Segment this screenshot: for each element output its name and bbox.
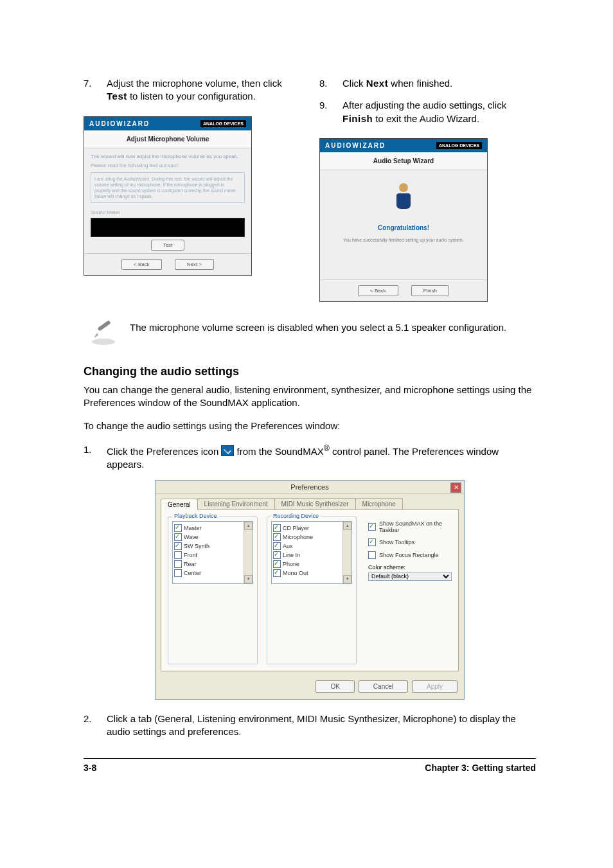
playback-listbox[interactable]: Master Wave SW Synth Front Rear Center ▴… — [172, 521, 253, 584]
finish-button[interactable]: Finish — [411, 285, 449, 296]
step-number: 1. — [84, 443, 107, 472]
checkbox-icon[interactable] — [368, 551, 376, 559]
opt-tooltips: Show Tooltips — [368, 538, 452, 546]
checkbox-icon[interactable] — [174, 560, 182, 568]
checkbox-icon[interactable] — [174, 524, 182, 532]
dialog-title: AUDIOWIZARD — [325, 142, 386, 149]
note-text: The microphone volume screen is disabled… — [130, 320, 506, 334]
checkbox-icon[interactable] — [174, 542, 182, 550]
dialog-section-head: Adjust Microphone Volume — [84, 130, 251, 148]
general-options: Show SoundMAX on the Taskbar Show Toolti… — [366, 517, 454, 664]
checkbox-icon[interactable] — [273, 542, 281, 550]
checkbox-icon[interactable] — [174, 569, 182, 577]
numbered-step-2: 2. Click a tab (General, Listening envir… — [84, 713, 536, 739]
scroll-down-icon[interactable]: ▾ — [343, 575, 351, 583]
list-item: SW Synth — [174, 542, 251, 551]
tab-general[interactable]: General — [161, 499, 198, 510]
checkbox-icon[interactable] — [368, 538, 376, 546]
step-number: 8. — [319, 77, 342, 90]
preferences-title: Preferences — [290, 483, 328, 491]
step-number: 9. — [319, 99, 342, 125]
list-item: Line In — [273, 551, 350, 560]
list-item: Aux — [273, 542, 350, 551]
recording-device-group: Recording Device CD Player Microphone Au… — [267, 517, 357, 664]
footer-page-number: 3-8 — [84, 763, 96, 773]
cancel-button[interactable]: Cancel — [359, 680, 408, 693]
wizard-line2: Please read the following text out loud: — [91, 163, 245, 168]
wizard-read-aloud-box: I am using the AudioWizard. During this … — [91, 172, 245, 203]
preferences-titlebar: Preferences ✕ — [155, 481, 464, 494]
list-item: Microphone — [273, 533, 350, 542]
scroll-up-icon[interactable]: ▴ — [244, 522, 253, 530]
checkbox-icon[interactable] — [174, 533, 182, 541]
next-button[interactable]: Next > — [175, 259, 214, 270]
checkbox-icon[interactable] — [273, 524, 281, 532]
dialog-title: AUDIOWIZARD — [89, 120, 150, 127]
checkbox-icon[interactable] — [273, 569, 281, 577]
recording-listbox[interactable]: CD Player Microphone Aux Line In Phone M… — [271, 521, 352, 584]
page-footer: 3-8 Chapter 3: Getting started — [84, 758, 536, 773]
dialog-section-head: Audio Setup Wizard — [320, 152, 487, 170]
apply-button[interactable]: Apply — [412, 680, 458, 693]
scrollbar[interactable]: ▴ ▾ — [244, 522, 253, 583]
scroll-down-icon[interactable]: ▾ — [244, 575, 253, 583]
playback-device-group: Playback Device Master Wave SW Synth Fro… — [168, 517, 258, 664]
step-text: Click the Preferences icon from the Soun… — [107, 443, 536, 472]
step-text: Click a tab (General, Listening environm… — [107, 713, 536, 739]
dialog-titlebar: AUDIOWIZARD ANALOG DEVICES — [84, 117, 251, 130]
checkbox-icon[interactable] — [368, 523, 376, 531]
para-1: You can change the general audio, listen… — [84, 384, 536, 410]
person-icon — [391, 183, 416, 215]
list-item: Rear — [174, 560, 251, 569]
list-item: Phone — [273, 560, 350, 569]
tab-listening-environment[interactable]: Listening Environment — [197, 498, 275, 509]
audiowizard-finish-dialog: AUDIOWIZARD ANALOG DEVICES Audio Setup W… — [319, 138, 488, 302]
list-item: CD Player — [273, 524, 350, 533]
section-heading: Changing the audio settings — [84, 365, 536, 378]
list-item: Center — [174, 569, 251, 578]
sound-meter-label: Sound Meter — [91, 209, 245, 215]
para-2: To change the audio settings using the P… — [84, 420, 536, 432]
audiowizard-mic-dialog: AUDIOWIZARD ANALOG DEVICES Adjust Microp… — [84, 116, 252, 276]
wizard-line1: The wizard will now adjust the microphon… — [91, 154, 245, 160]
playback-legend: Playback Device — [172, 513, 219, 519]
ok-button[interactable]: OK — [315, 680, 354, 693]
dialog-titlebar: AUDIOWIZARD ANALOG DEVICES — [320, 139, 487, 152]
step-9: 9. After adjusting the audio settings, c… — [319, 99, 536, 125]
tab-midi-synth[interactable]: MIDI Music Synthesizer — [274, 498, 356, 509]
color-scheme-label: Color scheme: — [368, 564, 452, 571]
scrollbar[interactable]: ▴ ▾ — [342, 522, 351, 583]
preferences-tabs: General Listening Environment MIDI Music… — [155, 494, 464, 509]
footer-chapter: Chapter 3: Getting started — [425, 763, 536, 773]
congratulations-text: Congratulations! — [326, 224, 481, 231]
scroll-up-icon[interactable]: ▴ — [343, 522, 351, 530]
sound-meter — [91, 218, 245, 237]
pencil-note-icon — [90, 320, 117, 347]
step-number: 2. — [84, 713, 107, 739]
analog-devices-logo: ANALOG DEVICES — [436, 142, 482, 149]
numbered-step-1: 1. Click the Preferences icon from the S… — [84, 443, 536, 472]
back-button[interactable]: < Back — [358, 285, 398, 296]
list-item: Mono Out — [273, 569, 350, 578]
back-button[interactable]: < Back — [121, 259, 162, 270]
preferences-icon — [221, 445, 234, 456]
step-text: Click Next when finished. — [342, 77, 536, 90]
svg-rect-1 — [97, 320, 111, 332]
analog-devices-logo: ANALOG DEVICES — [200, 120, 246, 127]
color-scheme-select[interactable]: Default (black) — [368, 572, 452, 581]
checkbox-icon[interactable] — [174, 551, 182, 559]
checkbox-icon[interactable] — [273, 560, 281, 568]
opt-focus-rect: Show Focus Rectangle — [368, 551, 452, 559]
svg-point-0 — [92, 339, 115, 345]
test-button[interactable]: Test — [151, 240, 185, 251]
svg-marker-2 — [94, 333, 98, 338]
list-item: Master — [174, 524, 251, 533]
close-icon[interactable]: ✕ — [450, 483, 461, 493]
tab-microphone[interactable]: Microphone — [355, 498, 403, 509]
preferences-dialog: Preferences ✕ General Listening Environm… — [155, 480, 465, 700]
step-text: Adjust the microphone volume, then click… — [107, 77, 300, 103]
congratulations-sub: You have successfully finished setting u… — [326, 238, 481, 242]
list-item: Front — [174, 551, 251, 560]
checkbox-icon[interactable] — [273, 551, 281, 559]
checkbox-icon[interactable] — [273, 533, 281, 541]
